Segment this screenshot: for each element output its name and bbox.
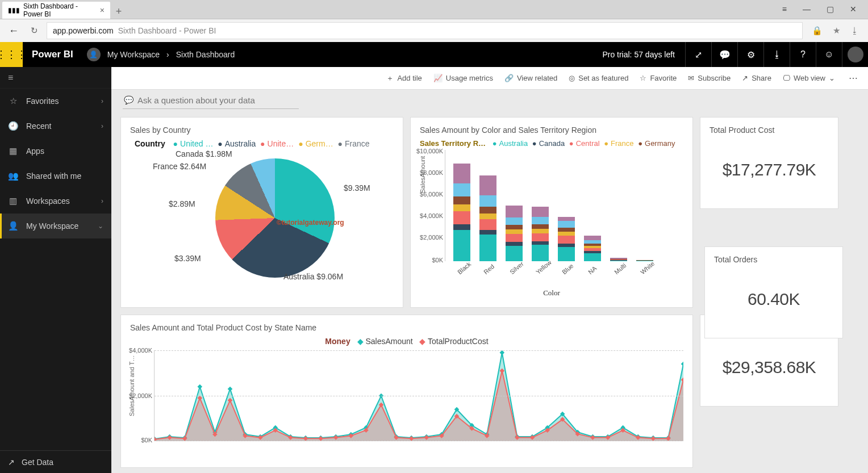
view-related-button[interactable]: 🔗View related: [504, 74, 557, 82]
user-icon: 👤: [87, 48, 101, 61]
lock-icon[interactable]: 🔒: [812, 26, 823, 36]
web-view-button[interactable]: 🖵Web view ⌄: [783, 74, 835, 82]
get-data-button[interactable]: ↗ Get Data: [0, 450, 111, 473]
workspaces-icon: ▥: [8, 196, 18, 206]
profile-avatar[interactable]: [842, 42, 868, 67]
comments-icon[interactable]: 💬: [711, 42, 737, 67]
pie-label-australia: Australia $9.06M: [283, 272, 343, 281]
download-icon[interactable]: ⭳: [850, 26, 859, 36]
kpi-value: $29,358.68K: [710, 337, 829, 398]
set-featured-button[interactable]: ◎Set as featured: [569, 74, 628, 82]
close-window-icon[interactable]: ✕: [850, 5, 857, 14]
mail-icon: ✉: [688, 74, 694, 82]
tile-total-orders[interactable]: Total Orders 60.40K: [704, 246, 843, 338]
more-options-button[interactable]: ⋯: [846, 73, 861, 83]
favorite-button[interactable]: ☆Favorite: [640, 74, 677, 82]
sidebar-item-shared[interactable]: 👥 Shared with me: [0, 164, 111, 189]
pie-label-germany: $2.89M: [169, 199, 195, 208]
help-icon[interactable]: ?: [790, 42, 816, 67]
sidebar-item-label: Favorites: [26, 97, 59, 106]
trial-status: Pro trial: 57 days left: [592, 42, 685, 67]
kpi-value: $17,277.79K: [710, 139, 829, 200]
add-tile-button[interactable]: ＋Add tile: [386, 73, 422, 83]
sidebar-item-workspaces[interactable]: ▥ Workspaces ›: [0, 189, 111, 214]
tile-title: Sales by Country: [130, 125, 394, 135]
url-page-title: Sixth Dashboard - Power BI: [118, 26, 216, 35]
sidebar-item-label: Shared with me: [26, 171, 81, 181]
tile-sales-by-country[interactable]: Sales by Country Country United … Austra…: [120, 117, 403, 308]
tile-sales-by-color[interactable]: Sales Amount by Color and Sales Territor…: [410, 117, 693, 308]
url-domain: app.powerbi.com: [53, 26, 114, 35]
sidebar-item-favorites[interactable]: ☆ Favorites ›: [0, 89, 111, 114]
sidebar-item-label: Recent: [26, 122, 51, 131]
watermark: ©tutorialgateway.org: [277, 219, 344, 227]
user-icon: 👤: [8, 221, 18, 231]
svg-rect-35: [681, 362, 683, 366]
tile-sales-by-state[interactable]: Sales Amount and Total Product Cost by S…: [120, 315, 693, 468]
tile-title: Total Product Cost: [710, 125, 829, 135]
url-box[interactable]: app.powerbi.com Sixth Dashboard - Power …: [47, 22, 803, 39]
pie-chart: [215, 158, 335, 278]
apps-icon: ▦: [8, 146, 18, 156]
star-icon: ☆: [640, 74, 646, 82]
back-button[interactable]: ←: [6, 25, 22, 37]
powerbi-topbar: ⋮⋮⋮ Power BI 👤 My Workspace › Sixth Dash…: [0, 42, 868, 67]
line-chart: SalesAmount and T… $4,000K $2,000K $0K: [154, 350, 683, 441]
sidebar-item-my-workspace[interactable]: 👤 My Workspace ⌄: [0, 214, 111, 238]
chevron-right-icon: ›: [166, 50, 169, 59]
app-launcher-icon[interactable]: ⋮⋮⋮: [0, 42, 23, 67]
download-icon[interactable]: ⭳: [763, 42, 790, 67]
chevron-down-icon: ⌄: [98, 222, 103, 230]
pie-legend: Country United … Australia Unite… Germ… …: [135, 139, 394, 148]
new-tab-button[interactable]: +: [110, 4, 127, 19]
monitor-icon: 🖵: [783, 74, 790, 82]
clock-icon: 🕘: [8, 121, 18, 131]
bar-chart: SalesAmount $10,000K $8,000K $6,000K $4,…: [445, 150, 683, 261]
sidebar: ≡ ☆ Favorites › 🕘 Recent › ▦ Apps 👥 Shar…: [0, 67, 111, 473]
brand-label: Power BI: [23, 42, 82, 67]
pie-label-uk: $3.39M: [174, 254, 201, 263]
chevron-right-icon: ›: [101, 97, 103, 105]
pie-label-us: $9.39M: [344, 183, 370, 192]
tile-title: Sales Amount and Total Product Cost by S…: [130, 323, 683, 332]
refresh-button[interactable]: ↻: [27, 26, 41, 36]
hamburger-icon[interactable]: ≡: [0, 67, 111, 89]
breadcrumb-workspace[interactable]: My Workspace: [107, 50, 160, 59]
tile-title: Sales Amount by Color and Sales Territor…: [420, 125, 683, 135]
svg-rect-5: [228, 387, 233, 391]
chevron-right-icon: ›: [101, 122, 103, 130]
people-icon: 👥: [8, 171, 18, 181]
star-icon: ☆: [8, 96, 18, 106]
browser-tab[interactable]: ▮▮▮ Sixth Dashboard - Power BI ×: [2, 2, 110, 19]
fullscreen-icon[interactable]: ⤢: [685, 42, 711, 67]
smiley-icon[interactable]: ☺: [816, 42, 842, 67]
link-icon: 🔗: [504, 74, 514, 82]
sidebar-item-label: My Workspace: [26, 221, 78, 231]
breadcrumb-dashboard[interactable]: Sixth Dashboard: [176, 50, 235, 59]
usage-metrics-button[interactable]: 📈Usage metrics: [433, 74, 493, 82]
line-legend: Money ◆ SalesAmount ◆ TotalProductCost: [130, 337, 683, 346]
share-icon: ↗: [742, 74, 748, 82]
star-icon[interactable]: ★: [833, 26, 840, 36]
qa-input[interactable]: [123, 93, 299, 109]
close-icon[interactable]: ×: [100, 6, 105, 15]
pie-label-canada: Canada $1.98M: [176, 149, 232, 158]
bar-xticks: BlackRedSilverYellowBlueNAMultiWhite: [453, 261, 683, 277]
share-button[interactable]: ↗Share: [742, 74, 771, 82]
subscribe-button[interactable]: ✉Subscribe: [688, 74, 731, 82]
minimize-icon[interactable]: —: [803, 5, 811, 14]
bar-xlabel: Color: [420, 288, 683, 298]
maximize-icon[interactable]: ▢: [827, 5, 834, 14]
tile-total-product-cost[interactable]: Total Product Cost $17,277.79K: [700, 117, 838, 209]
badge-icon: ◎: [569, 74, 575, 82]
sidebar-item-recent[interactable]: 🕘 Recent ›: [0, 114, 111, 139]
gear-icon[interactable]: ⚙: [737, 42, 763, 67]
sidebar-item-label: Apps: [26, 146, 44, 156]
menu-icon[interactable]: ≡: [782, 5, 787, 14]
plus-icon: ＋: [386, 73, 394, 83]
chevron-down-icon: ⌄: [829, 74, 835, 82]
address-bar: ← ↻ app.powerbi.com Sixth Dashboard - Po…: [0, 19, 868, 42]
line-ylabel: SalesAmount and T…: [128, 355, 135, 416]
sidebar-item-apps[interactable]: ▦ Apps: [0, 139, 111, 164]
tab-title: Sixth Dashboard - Power BI: [23, 2, 97, 18]
